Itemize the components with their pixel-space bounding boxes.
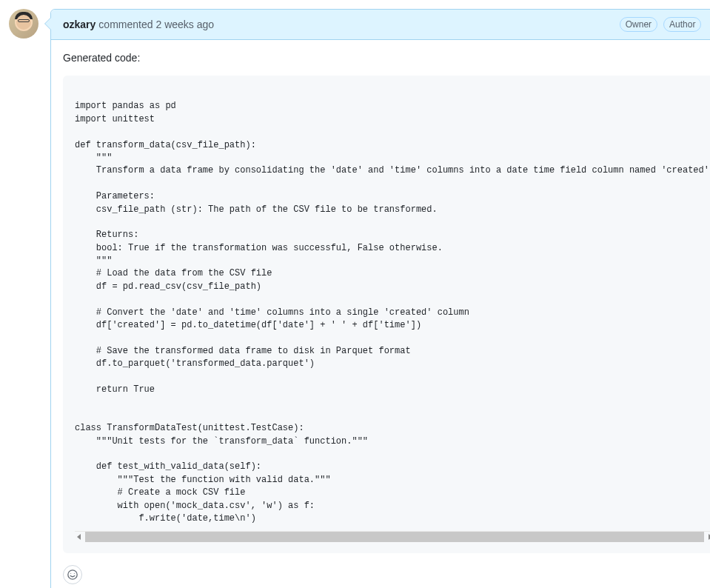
comment-container: ozkary commented 2 weeks ago Owner Autho… [9, 9, 701, 588]
scrollbar-thumb[interactable] [85, 532, 704, 542]
body-text: Generated code: [63, 52, 710, 64]
code-block: import pandas as pd import unittest def … [63, 76, 710, 553]
timestamp-link[interactable]: 2 weeks ago [156, 19, 215, 30]
username-link[interactable]: ozkary [63, 19, 96, 30]
reaction-bar [63, 565, 710, 584]
svg-point-0 [68, 570, 77, 579]
comment-header: ozkary commented 2 weeks ago Owner Autho… [51, 10, 710, 40]
commented-text: commented [98, 19, 153, 30]
svg-point-2 [74, 573, 75, 574]
comment-header-right: Owner Author ••• [620, 16, 710, 33]
add-reaction-button[interactable] [63, 565, 82, 584]
owner-badge: Owner [620, 17, 657, 32]
comment-header-left: ozkary commented 2 weeks ago [63, 19, 214, 30]
horizontal-scrollbar[interactable] [75, 531, 710, 541]
code-content: import pandas as pd import unittest def … [75, 87, 710, 525]
kebab-icon[interactable]: ••• [707, 16, 710, 33]
smiley-icon [67, 569, 78, 581]
comment-box: ozkary commented 2 weeks ago Owner Autho… [50, 9, 710, 588]
avatar[interactable] [9, 9, 38, 39]
author-badge: Author [663, 17, 701, 32]
svg-point-1 [70, 573, 71, 574]
comment-body: Generated code: import pandas as pd impo… [51, 40, 710, 588]
